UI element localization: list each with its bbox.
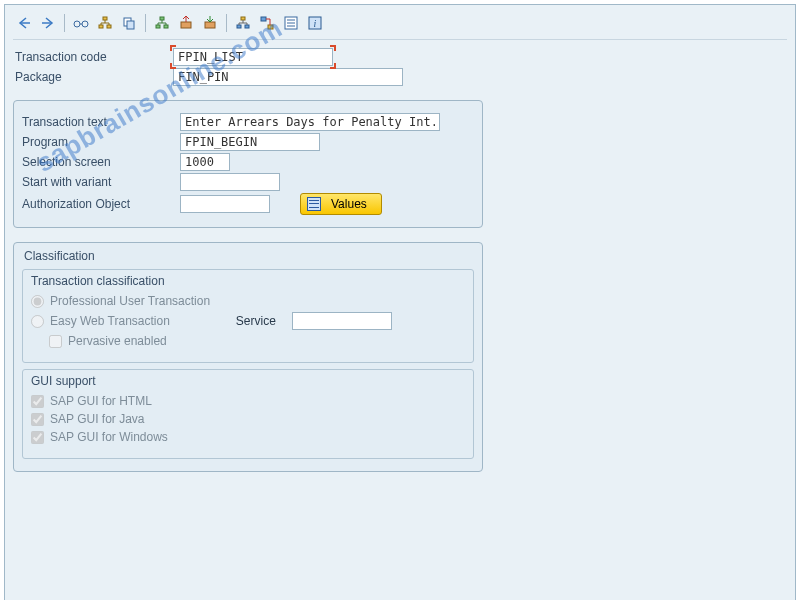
- network-icon[interactable]: [151, 13, 173, 33]
- svg-rect-6: [127, 21, 134, 29]
- start-with-variant-label: Start with variant: [20, 175, 180, 189]
- svg-rect-14: [245, 25, 249, 28]
- assign-icon[interactable]: [256, 13, 278, 33]
- check-pervasive-label: Pervasive enabled: [68, 334, 167, 348]
- svg-rect-16: [268, 25, 273, 29]
- svg-point-0: [74, 21, 80, 27]
- info-icon[interactable]: i: [304, 13, 326, 33]
- svg-rect-11: [205, 22, 215, 28]
- tree-icon[interactable]: [94, 13, 116, 33]
- back-icon[interactable]: [13, 13, 35, 33]
- svg-rect-10: [181, 22, 191, 28]
- radio-professional[interactable]: [31, 295, 44, 308]
- radio-professional-label: Professional User Transaction: [50, 294, 210, 308]
- authorization-object-input[interactable]: [180, 195, 270, 213]
- classification-title: Classification: [24, 249, 474, 263]
- selection-screen-input[interactable]: [180, 153, 230, 171]
- hierarchy-icon[interactable]: [232, 13, 254, 33]
- svg-rect-12: [241, 17, 245, 20]
- check-gui-java-label: SAP GUI for Java: [50, 412, 144, 426]
- check-gui-windows[interactable]: [31, 431, 44, 444]
- check-gui-html-label: SAP GUI for HTML: [50, 394, 152, 408]
- svg-rect-15: [261, 17, 266, 21]
- svg-rect-8: [156, 25, 160, 28]
- values-icon: [307, 197, 321, 211]
- program-input[interactable]: [180, 133, 320, 151]
- authorization-object-label: Authorization Object: [20, 197, 180, 211]
- values-button[interactable]: Values: [300, 193, 382, 215]
- svg-point-1: [82, 21, 88, 27]
- transaction-text-input[interactable]: [180, 113, 440, 131]
- svg-rect-4: [107, 25, 111, 28]
- check-pervasive[interactable]: [49, 335, 62, 348]
- service-input[interactable]: [292, 312, 392, 330]
- transaction-code-label: Transaction code: [13, 50, 173, 64]
- transaction-classification-title: Transaction classification: [31, 274, 465, 288]
- svg-rect-2: [103, 17, 107, 20]
- svg-rect-7: [160, 17, 164, 20]
- import-icon[interactable]: [199, 13, 221, 33]
- toolbar: i: [13, 11, 787, 40]
- start-with-variant-input[interactable]: [180, 173, 280, 191]
- detail-panel: Transaction text Program Selection scree…: [13, 100, 483, 228]
- program-label: Program: [20, 135, 180, 149]
- gui-support-title: GUI support: [31, 374, 465, 388]
- svg-rect-13: [237, 25, 241, 28]
- classification-group: Classification Transaction classificatio…: [13, 242, 483, 472]
- package-label: Package: [13, 70, 173, 84]
- package-input[interactable]: [173, 68, 403, 86]
- check-gui-html[interactable]: [31, 395, 44, 408]
- gui-support-group: GUI support SAP GUI for HTML SAP GUI for…: [22, 369, 474, 459]
- export-icon[interactable]: [175, 13, 197, 33]
- radio-easyweb-label: Easy Web Transaction: [50, 314, 170, 328]
- svg-rect-3: [99, 25, 103, 28]
- radio-easyweb[interactable]: [31, 315, 44, 328]
- transaction-code-input[interactable]: [173, 48, 333, 66]
- svg-text:i: i: [314, 18, 317, 29]
- transaction-text-label: Transaction text: [20, 115, 180, 129]
- copy-icon[interactable]: [118, 13, 140, 33]
- glasses-icon[interactable]: [70, 13, 92, 33]
- checklist-icon[interactable]: [280, 13, 302, 33]
- check-gui-windows-label: SAP GUI for Windows: [50, 430, 168, 444]
- values-button-label: Values: [331, 197, 367, 211]
- svg-rect-9: [164, 25, 168, 28]
- selection-screen-label: Selection screen: [20, 155, 180, 169]
- check-gui-java[interactable]: [31, 413, 44, 426]
- forward-icon[interactable]: [37, 13, 59, 33]
- transaction-classification-group: Transaction classification Professional …: [22, 269, 474, 363]
- service-label: Service: [236, 314, 276, 328]
